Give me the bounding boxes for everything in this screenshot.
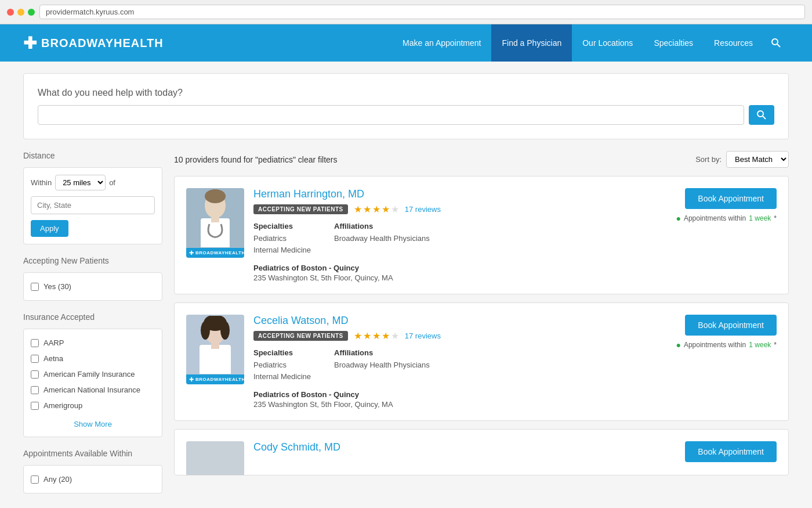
nav-search-icon[interactable] — [763, 24, 789, 62]
affiliations-value-2: Broadway Health Physicians — [334, 359, 430, 371]
main-nav: Make an Appointment Find a Physician Our… — [392, 24, 789, 62]
city-state-input[interactable] — [31, 196, 155, 214]
insurance-option-american-national[interactable]: American National Insurance — [31, 382, 155, 398]
logo-prefix: BROADWAY — [41, 37, 114, 49]
insurance-amerigroup-checkbox[interactable] — [31, 402, 39, 410]
watermark-text-2: BROADWAYHEALTH — [195, 377, 244, 382]
insurance-american-national-checkbox[interactable] — [31, 386, 39, 394]
nav-resources[interactable]: Resources — [704, 24, 763, 62]
of-label: of — [109, 178, 115, 187]
provider-location-1: Pediatrics of Boston - Quincy 235 Washin… — [253, 264, 666, 282]
specialties-value-1: PediatricsInternal Medicine — [253, 233, 311, 255]
nav-our-locations[interactable]: Our Locations — [572, 24, 643, 62]
book-button-3[interactable]: Book Appointment — [685, 441, 777, 462]
provider-actions-1: Book Appointment ● Appointments within 1… — [676, 188, 777, 282]
address-bar[interactable]: providermatch.kyruus.com — [39, 5, 805, 19]
insurance-aetna-label: Aetna — [44, 354, 63, 363]
insurance-american-family-checkbox[interactable] — [31, 370, 39, 379]
star-2-3: ★ — [372, 330, 380, 341]
provider-photo-2: ✚ BROADWAYHEALTH — [186, 315, 244, 384]
star-2-1: ★ — [354, 330, 362, 341]
insurance-option-aarp[interactable]: AARP — [31, 335, 155, 351]
search-button[interactable] — [749, 105, 774, 125]
provider-name-2[interactable]: Cecelia Watson, MD — [253, 315, 666, 327]
maximize-dot — [28, 9, 35, 16]
insurance-filter-title: Insurance Accepted — [23, 312, 162, 322]
star-2-2: ★ — [363, 330, 371, 341]
browser-chrome: providermatch.kyruus.com — [0, 0, 812, 24]
provider-watermark-2: ✚ BROADWAYHEALTH — [186, 374, 244, 384]
star-1-1: ★ — [354, 204, 362, 215]
search-input[interactable] — [38, 105, 744, 125]
appointments-filter-title: Appointments Available Within — [23, 449, 162, 458]
provider-name-3[interactable]: Cody Schmidt, MD — [253, 441, 676, 453]
doctor-silhouette-2 — [189, 316, 241, 374]
accepting-yes-checkbox[interactable] — [31, 283, 39, 291]
accepting-filter: Accepting New Patients Yes (30) — [23, 256, 162, 301]
provider-card-3-partial: Cody Schmidt, MD Book Appointment — [174, 429, 789, 475]
apply-button[interactable]: Apply — [31, 220, 68, 237]
appointments-any-checkbox[interactable] — [31, 475, 39, 484]
accepting-badge-1: ACCEPTING NEW PATIENTS — [253, 204, 348, 214]
accepting-yes-label: Yes (30) — [44, 282, 71, 291]
insurance-option-amerigroup[interactable]: Amerigroup — [31, 398, 155, 413]
appt-soon-1: 1 week — [749, 214, 771, 222]
logo-icon: ✚ — [23, 34, 37, 53]
provider-photo-3-partial — [186, 441, 244, 475]
appointments-filter: Appointments Available Within Any (20) — [23, 449, 162, 493]
reviews-link-1[interactable]: 17 reviews — [405, 205, 441, 214]
accepting-yes-option[interactable]: Yes (30) — [31, 279, 155, 294]
show-more-link[interactable]: Show More — [74, 420, 112, 428]
nav-find-physician[interactable]: Find a Physician — [491, 24, 572, 62]
reviews-link-2[interactable]: 17 reviews — [405, 332, 441, 340]
watermark-text-1: BROADWAYHEALTH — [195, 250, 244, 255]
star-1-4: ★ — [382, 204, 390, 215]
main-content: Distance Within 25 miles 5 miles 10 mile… — [0, 151, 812, 508]
provider-card-1: ✚ BROADWAYHEALTH Herman Harrington, MD A… — [174, 176, 789, 294]
insurance-aetna-checkbox[interactable] — [31, 355, 39, 363]
results-count: 10 providers found for "pediatrics" clea… — [174, 155, 338, 164]
specialties-title-1: Specialties — [253, 222, 311, 230]
results-header: 10 providers found for "pediatrics" clea… — [174, 151, 789, 168]
svg-rect-13 — [211, 342, 219, 349]
provider-name-1[interactable]: Herman Harrington, MD — [253, 188, 666, 200]
appt-icon-2: ● — [676, 340, 680, 350]
appt-asterisk-2: * — [774, 341, 777, 349]
insurance-filter: Insurance Accepted AARP Aetna American F… — [23, 312, 162, 437]
provider-badges-1: ACCEPTING NEW PATIENTS ★ ★ ★ ★ ★ 17 revi… — [253, 204, 666, 215]
star-1-3: ★ — [372, 204, 380, 215]
distance-select[interactable]: 25 miles 5 miles 10 miles 50 miles — [55, 175, 106, 190]
affiliations-title-2: Affiliations — [334, 348, 430, 357]
book-button-2[interactable]: Book Appointment — [685, 315, 777, 336]
sidebar: Distance Within 25 miles 5 miles 10 mile… — [23, 151, 162, 505]
nav-specialties[interactable]: Specialties — [643, 24, 704, 62]
distance-row: Within 25 miles 5 miles 10 miles 50 mile… — [31, 175, 155, 190]
minimize-dot — [17, 9, 24, 16]
browser-dots — [7, 9, 35, 16]
specialties-col-2: Specialties PediatricsInternal Medicine — [253, 348, 311, 382]
close-dot — [7, 9, 14, 16]
logo-text: BROADWAYHEALTH — [41, 37, 164, 50]
header: ✚ BROADWAYHEALTH Make an Appointment Fin… — [0, 24, 812, 62]
appointments-any-option[interactable]: Any (20) — [31, 471, 155, 487]
show-more: Show More — [31, 413, 155, 431]
specialties-value-2: PediatricsInternal Medicine — [253, 359, 311, 382]
sort-select[interactable]: Best Match Distance Rating Name — [726, 151, 789, 168]
provider-info-1: Herman Harrington, MD ACCEPTING NEW PATI… — [253, 188, 666, 282]
distance-filter: Distance Within 25 miles 5 miles 10 mile… — [23, 151, 162, 244]
insurance-option-american-family[interactable]: American Family Insurance — [31, 366, 155, 382]
results-area: 10 providers found for "pediatrics" clea… — [174, 151, 789, 505]
location-name-2: Pediatrics of Boston - Quincy — [253, 390, 666, 399]
search-icon — [757, 110, 766, 120]
insurance-aarp-checkbox[interactable] — [31, 339, 39, 347]
nav-make-appointment[interactable]: Make an Appointment — [392, 24, 491, 62]
insurance-aarp-label: AARP — [44, 338, 64, 347]
star-2-5: ★ — [391, 330, 399, 341]
provider-watermark-1: ✚ BROADWAYHEALTH — [186, 248, 244, 258]
insurance-option-aetna[interactable]: Aetna — [31, 351, 155, 366]
clear-filters-link[interactable]: clear filters — [298, 155, 338, 164]
location-name-1: Pediatrics of Boston - Quincy — [253, 264, 666, 272]
accepting-filter-title: Accepting New Patients — [23, 256, 162, 265]
book-button-1[interactable]: Book Appointment — [685, 188, 777, 209]
star-1-5: ★ — [391, 204, 399, 215]
